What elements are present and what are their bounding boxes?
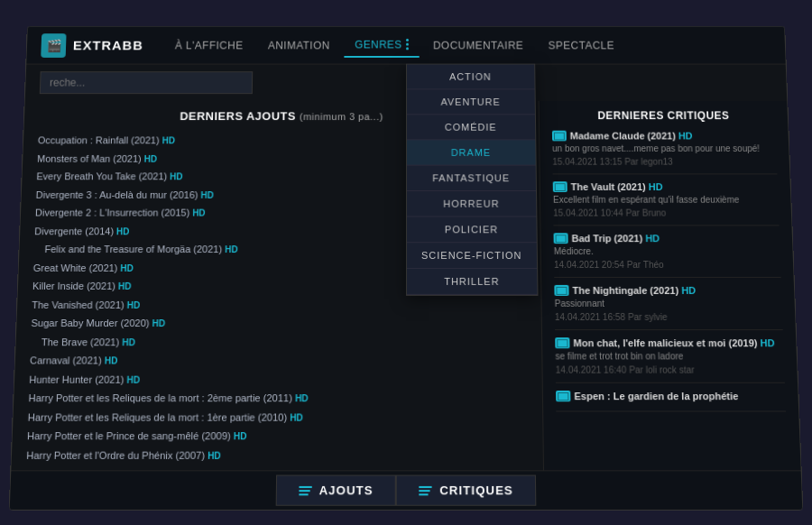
critique-item: Espen : Le gardien de la prophétie: [556, 391, 786, 411]
genre-action[interactable]: ACTION: [407, 65, 534, 90]
list-item[interactable]: The Vanished (2021) HD: [32, 295, 527, 314]
genre-science-fiction[interactable]: SCIENCE-FICTION: [407, 243, 537, 269]
nav-item-animation[interactable]: ANIMATION: [257, 34, 341, 57]
navbar: 🎬 EXTRABB À L'AFFICHE ANIMATION GENRES D…: [26, 27, 786, 65]
nav-links: À L'AFFICHE ANIMATION GENRES DOCUMENTAIR…: [164, 33, 771, 58]
nav-item-affiche[interactable]: À L'AFFICHE: [164, 34, 254, 57]
film-icon: [552, 131, 567, 142]
list-icon: [299, 485, 311, 494]
nav-item-genres[interactable]: GENRES: [344, 33, 419, 58]
genre-comedie[interactable]: COMÉDIE: [407, 115, 535, 140]
ajouts-button[interactable]: AJOUTS: [275, 474, 396, 505]
genre-dropdown: ACTION AVENTURE COMÉDIE DRAME FANTASTIQU…: [406, 64, 538, 296]
bottom-bar: AJOUTS CRITIQUES: [10, 470, 803, 510]
genre-thriller[interactable]: THRILLER: [407, 269, 537, 295]
critiques-button[interactable]: CRITIQUES: [396, 474, 536, 505]
film-icon: [555, 337, 569, 348]
genres-dots-icon: [406, 39, 409, 50]
nav-item-documentaire[interactable]: DOCUMENTAIRE: [422, 34, 534, 57]
logo-area[interactable]: 🎬 EXTRABB: [41, 33, 143, 58]
film-icon: [553, 181, 567, 192]
search-input[interactable]: [40, 71, 253, 94]
right-panel: DERNIERES CRITIQUES Madame Claude (2021)…: [539, 101, 801, 470]
list-item[interactable]: Harry Potter et l'Ordre du Phénix (2007)…: [26, 446, 529, 465]
ajouts-label: AJOUTS: [319, 484, 374, 498]
film-icon: [554, 233, 568, 244]
critique-item: Bad Trip (2021) HD Médiocre. 14.04.2021 …: [554, 233, 781, 278]
list-item[interactable]: The Brave (2021) HD: [30, 333, 527, 352]
list-item[interactable]: Sugar Baby Murder (2020) HD: [31, 314, 527, 333]
critique-item: The Nightingale (2021) HD Passionnant 14…: [554, 285, 782, 330]
list-icon-2: [420, 485, 432, 494]
critiques-label: CRITIQUES: [439, 484, 513, 498]
logo-icon: 🎬: [41, 33, 66, 58]
genre-aventure[interactable]: AVENTURE: [407, 89, 535, 115]
list-item[interactable]: Harry Potter et les Reliques de la mort …: [27, 408, 528, 427]
genre-horreur[interactable]: HORREUR: [407, 191, 536, 217]
list-item[interactable]: Harry Potter et le Prince de sang-mêlé (…: [27, 427, 529, 446]
nav-item-spectacle[interactable]: SPECTACLE: [538, 34, 625, 57]
genre-fantastique[interactable]: FANTASTIQUE: [407, 166, 536, 191]
critique-item: Madame Claude (2021) HD un bon gros nave…: [552, 131, 778, 175]
section-title-critiques: DERNIERES CRITIQUES: [552, 110, 776, 123]
list-item[interactable]: Harry Potter et les Reliques de la mort …: [28, 389, 528, 408]
genre-drame[interactable]: DRAME: [407, 140, 535, 165]
critique-item: Mon chat, l'elfe malicieux et moi (2019)…: [555, 337, 785, 383]
film-icon: [556, 391, 570, 401]
list-item[interactable]: Carnaval (2021) HD: [30, 351, 528, 370]
genre-policier[interactable]: POLICIER: [407, 217, 536, 244]
logo-text: EXTRABB: [73, 38, 143, 52]
critique-item: The Vault (2021) HD Excellent film en es…: [553, 181, 780, 226]
film-icon: [554, 285, 568, 296]
list-item[interactable]: Hunter Hunter (2021) HD: [29, 370, 528, 389]
